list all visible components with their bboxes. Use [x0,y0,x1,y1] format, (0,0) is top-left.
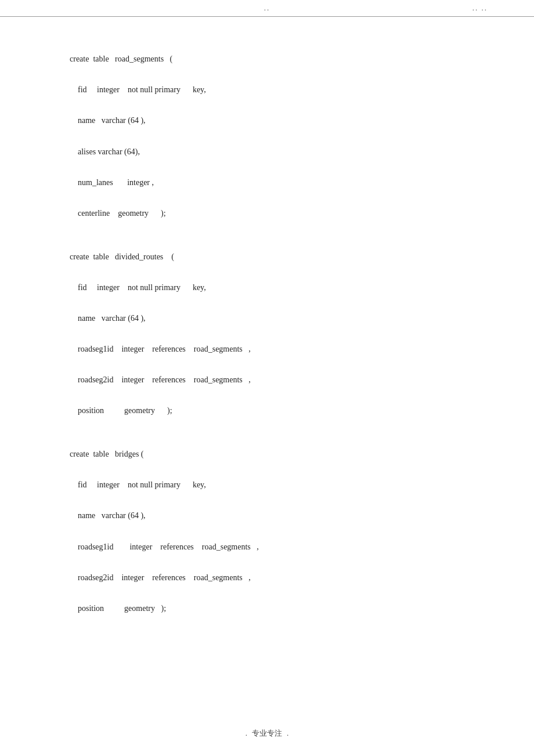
sql-line [70,98,476,114]
sql-block-road-segments: create table road_segments ( fid integer… [70,52,476,222]
sql-line [70,555,476,570]
sql-line: position geometry ); [70,601,476,617]
main-content: create table road_segments ( fid integer… [0,17,534,691]
footer-dot-right: . [287,729,288,738]
sql-line: centerline geometry ); [70,206,476,222]
sql-line: create table road_segments ( [70,52,476,67]
sql-line: create table divided_routes ( [70,249,476,265]
sql-line: position geometry ); [70,403,476,419]
footer-text: 专业专注 [252,728,282,739]
sql-line [70,190,476,206]
sql-line [70,327,476,342]
sql-line: name varchar (64 ), [70,311,476,327]
sql-line: roadseg2id integer references road_segme… [70,372,476,388]
page-container: .. .. .. create table road_segments ( fi… [0,0,534,756]
sql-line [70,493,476,509]
bottom-bar: . 专业专注 . [0,728,534,739]
sql-line: name varchar (64 ), [70,508,476,524]
footer-dot-left: . [246,729,247,738]
sql-block-bridges: create table bridges ( fid integer not n… [70,447,476,617]
sql-line [70,160,476,175]
sql-line: create table bridges ( [70,447,476,462]
sql-line [70,357,476,373]
top-bar-dots-right: .. .. [472,3,488,13]
sql-line: fid integer not null primary key, [70,478,476,493]
sql-line [70,585,476,601]
sql-line [70,295,476,311]
sql-line: roadseg1id integer references road_segme… [70,342,476,357]
sql-line [70,265,476,280]
sql-line [70,129,476,144]
sql-line: name varchar (64 ), [70,113,476,129]
sql-line: fid integer not null primary key, [70,280,476,296]
sql-line: fid integer not null primary key, [70,82,476,98]
sql-line [70,388,476,404]
sql-line [70,462,476,478]
sql-line: alises varchar (64), [70,144,476,160]
sql-line [70,67,476,83]
sql-line: roadseg1id integer references road_segme… [70,540,476,555]
sql-line: num_lanes integer , [70,175,476,191]
sql-line: roadseg2id integer references road_segme… [70,570,476,586]
top-bar-dots-center: .. [264,3,270,13]
top-bar: .. .. .. [0,0,534,17]
sql-block-divided-routes: create table divided_routes ( fid intege… [70,249,476,419]
sql-line [70,524,476,540]
